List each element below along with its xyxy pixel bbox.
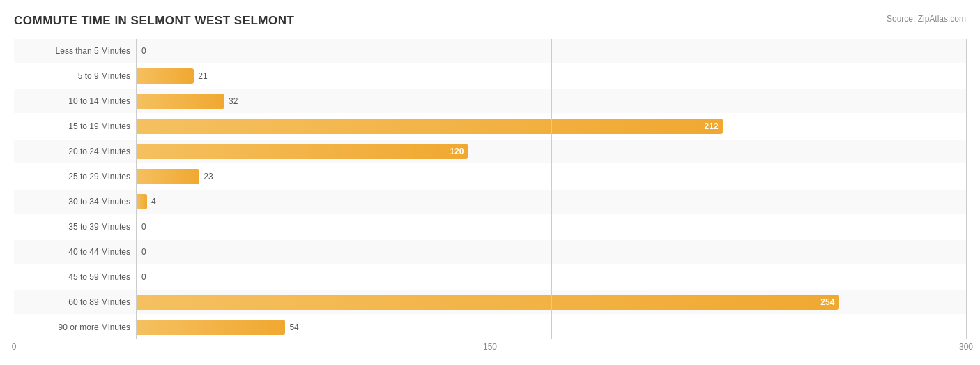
bar xyxy=(136,269,137,285)
bar-area: 32 xyxy=(136,89,966,113)
bar-row: 90 or more Minutes54 xyxy=(14,315,966,339)
bar-area: 254 xyxy=(136,290,966,314)
chart-header: COMMUTE TIME IN SELMONT WEST SELMONT Sou… xyxy=(14,14,966,28)
bar-label: 40 to 44 Minutes xyxy=(14,247,136,257)
bar-area: 0 xyxy=(136,240,966,264)
bar xyxy=(136,194,147,209)
bar-value-inside: 212 xyxy=(705,121,719,131)
x-axis-label: 150 xyxy=(483,342,497,352)
x-axis-container: 0150300 xyxy=(14,342,966,356)
bar-label: Less than 5 Minutes xyxy=(14,46,136,56)
bar-value: 0 xyxy=(141,247,146,257)
bar-row: 45 to 59 Minutes0 xyxy=(14,265,966,289)
bar-value: 0 xyxy=(141,46,146,56)
chart-container: COMMUTE TIME IN SELMONT WEST SELMONT Sou… xyxy=(0,7,980,365)
bar-area: 0 xyxy=(136,265,966,289)
bar-row: 30 to 34 Minutes4 xyxy=(14,190,966,214)
bar-value: 21 xyxy=(198,71,207,81)
bar: 120 xyxy=(136,144,468,159)
bar-row: Less than 5 Minutes0 xyxy=(14,39,966,63)
x-axis: 0150300 xyxy=(14,342,966,356)
bar-label: 35 to 39 Minutes xyxy=(14,222,136,232)
bar-value: 32 xyxy=(229,96,238,106)
bar-label: 10 to 14 Minutes xyxy=(14,96,136,106)
bar xyxy=(136,244,137,260)
bars-container: Less than 5 Minutes05 to 9 Minutes2110 t… xyxy=(14,39,966,339)
bar-area: 4 xyxy=(136,190,966,214)
bar-area: 54 xyxy=(136,315,966,339)
bar-row: 15 to 19 Minutes212 xyxy=(14,114,966,138)
bar-label: 25 to 29 Minutes xyxy=(14,172,136,181)
bar-row: 10 to 14 Minutes32 xyxy=(14,89,966,113)
bar-value: 0 xyxy=(141,272,146,282)
bar: 254 xyxy=(136,295,839,310)
bar-row: 5 to 9 Minutes21 xyxy=(14,64,966,88)
bar-area: 0 xyxy=(136,215,966,239)
chart-title: COMMUTE TIME IN SELMONT WEST SELMONT xyxy=(14,14,294,28)
chart-source: Source: ZipAtlas.com xyxy=(887,14,966,24)
bar-value-inside: 120 xyxy=(450,147,464,156)
bar-value: 4 xyxy=(151,197,156,207)
bar xyxy=(136,169,199,184)
bar-area: 120 xyxy=(136,140,966,163)
bar-row: 35 to 39 Minutes0 xyxy=(14,215,966,239)
bar-area: 21 xyxy=(136,64,966,88)
bar-value: 0 xyxy=(141,222,146,232)
grid-and-bars: Less than 5 Minutes05 to 9 Minutes2110 t… xyxy=(14,39,966,339)
bar-label: 15 to 19 Minutes xyxy=(14,121,136,131)
bar-row: 20 to 24 Minutes120 xyxy=(14,140,966,163)
bar-value: 54 xyxy=(289,322,298,332)
bar-row: 40 to 44 Minutes0 xyxy=(14,240,966,264)
x-axis-label: 0 xyxy=(12,342,17,352)
bar: 212 xyxy=(136,119,723,134)
bar xyxy=(136,320,285,335)
bar xyxy=(136,94,224,109)
bar-row: 25 to 29 Minutes23 xyxy=(14,165,966,188)
bar-label: 45 to 59 Minutes xyxy=(14,272,136,282)
bar xyxy=(136,219,137,234)
bar xyxy=(136,68,194,84)
bar-area: 0 xyxy=(136,39,966,63)
bar-area: 212 xyxy=(136,114,966,138)
bar-value-inside: 254 xyxy=(820,297,834,307)
bar-label: 20 to 24 Minutes xyxy=(14,147,136,156)
bar-label: 60 to 89 Minutes xyxy=(14,297,136,307)
bar-area: 23 xyxy=(136,165,966,188)
x-axis-label: 300 xyxy=(959,342,973,352)
bar xyxy=(136,43,137,59)
bar-value: 23 xyxy=(204,172,213,181)
chart-body: Less than 5 Minutes05 to 9 Minutes2110 t… xyxy=(14,39,966,356)
bar-label: 30 to 34 Minutes xyxy=(14,197,136,207)
bar-row: 60 to 89 Minutes254 xyxy=(14,290,966,314)
bar-label: 5 to 9 Minutes xyxy=(14,71,136,81)
bar-label: 90 or more Minutes xyxy=(14,322,136,332)
